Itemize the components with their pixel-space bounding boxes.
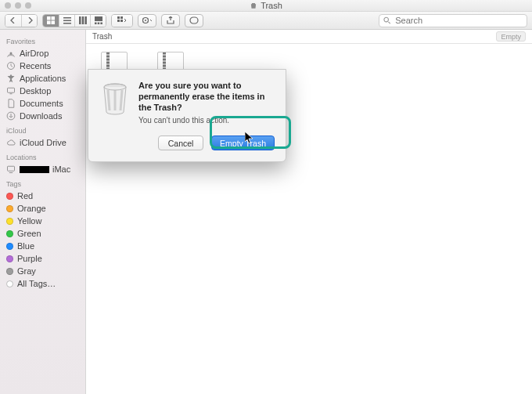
sidebar: Favorites AirDrop Recents Applications D… — [0, 30, 86, 394]
trash-icon — [250, 2, 257, 9]
tag-dot-icon — [6, 255, 13, 262]
column-view-button[interactable] — [74, 15, 90, 27]
empty-trash-toolbar-button[interactable]: Empty — [496, 31, 526, 42]
search-field[interactable] — [379, 14, 527, 27]
dialog-title: Are you sure you want to permanently era… — [138, 81, 275, 113]
sidebar-tag-gray[interactable]: Gray — [0, 265, 85, 277]
sidebar-item-label: Red — [17, 191, 33, 201]
svg-rect-0 — [47, 16, 50, 20]
sidebar-item-label: Yellow — [17, 216, 41, 226]
gallery-view-button[interactable] — [90, 15, 106, 27]
path-location: Trash — [92, 32, 112, 41]
sidebar-item-airdrop[interactable]: AirDrop — [0, 47, 85, 60]
svg-rect-13 — [100, 23, 102, 25]
sidebar-tag-all[interactable]: All Tags… — [0, 277, 85, 290]
action-menu-button[interactable] — [138, 14, 156, 27]
sidebar-tag-red[interactable]: Red — [0, 190, 85, 202]
sidebar-item-label: iCloud Drive — [20, 138, 66, 147]
sidebar-tag-blue[interactable]: Blue — [0, 240, 85, 252]
svg-rect-11 — [95, 23, 97, 25]
svg-rect-20 — [190, 17, 198, 23]
path-bar: Trash Empty — [86, 30, 532, 44]
tag-dot-icon — [6, 243, 13, 250]
dialog-subtitle: You can't undo this action. — [138, 116, 275, 125]
svg-rect-24 — [8, 88, 15, 92]
sidebar-item-label: Purple — [17, 254, 42, 263]
svg-point-21 — [384, 17, 389, 22]
sidebar-item-label: iMac — [20, 164, 70, 174]
sidebar-item-label: Orange — [17, 204, 46, 213]
computer-icon — [6, 164, 16, 174]
svg-rect-3 — [52, 21, 55, 24]
redacted-text — [20, 166, 49, 173]
sidebar-item-downloads[interactable]: Downloads — [0, 110, 85, 122]
sidebar-item-recents[interactable]: Recents — [0, 60, 85, 72]
confirm-empty-trash-dialog: Are you sure you want to permanently era… — [88, 69, 286, 162]
icon-view-button[interactable] — [43, 15, 59, 27]
tag-dot-icon — [6, 218, 13, 225]
tag-dot-icon — [6, 230, 13, 237]
cancel-button[interactable]: Cancel — [158, 136, 203, 150]
view-mode-segmented — [42, 14, 106, 27]
svg-rect-2 — [47, 21, 50, 24]
svg-rect-1 — [52, 16, 55, 20]
sidebar-item-label: Recents — [20, 61, 51, 70]
back-button[interactable] — [5, 15, 21, 27]
tag-dot-icon — [6, 205, 13, 212]
svg-rect-16 — [117, 20, 120, 22]
search-input[interactable] — [394, 15, 523, 26]
sidebar-item-applications[interactable]: Applications — [0, 72, 85, 85]
sidebar-item-label: Documents — [20, 99, 63, 108]
sidebar-tag-yellow[interactable]: Yellow — [0, 215, 85, 227]
sidebar-item-label: Gray — [17, 266, 36, 276]
group-by-button[interactable] — [112, 15, 132, 27]
toolbar — [0, 12, 532, 30]
sidebar-item-documents[interactable]: Documents — [0, 97, 85, 110]
cloud-icon — [6, 138, 16, 147]
nav-back-forward — [5, 14, 38, 27]
svg-rect-12 — [97, 23, 99, 25]
empty-trash-button[interactable]: Empty Trash — [211, 136, 275, 150]
sidebar-tag-green[interactable]: Green — [0, 227, 85, 240]
window-titlebar: Trash — [0, 0, 532, 12]
sidebar-item-desktop[interactable]: Desktop — [0, 85, 85, 97]
svg-rect-7 — [79, 16, 81, 24]
sidebar-item-imac[interactable]: iMac — [0, 163, 85, 175]
downloads-icon — [6, 111, 16, 121]
sidebar-item-label: Blue — [17, 241, 34, 251]
sidebar-item-label: AirDrop — [20, 49, 49, 58]
svg-rect-9 — [84, 16, 87, 24]
tag-dot-icon — [6, 280, 13, 287]
desktop-icon — [6, 86, 16, 96]
svg-rect-15 — [120, 16, 123, 19]
sidebar-item-label: All Tags… — [17, 279, 56, 288]
sidebar-section-locations: Locations — [0, 149, 85, 163]
sidebar-tag-orange[interactable]: Orange — [0, 202, 85, 215]
svg-rect-17 — [120, 20, 123, 22]
share-button[interactable] — [161, 14, 180, 27]
document-icon — [6, 99, 16, 108]
airdrop-icon — [6, 49, 16, 58]
sidebar-item-icloud-drive[interactable]: iCloud Drive — [0, 136, 85, 149]
clock-icon — [6, 61, 16, 70]
forward-button[interactable] — [21, 15, 37, 27]
search-icon — [383, 16, 390, 24]
sidebar-tag-purple[interactable]: Purple — [0, 252, 85, 265]
sidebar-item-label: Downloads — [20, 111, 62, 121]
tags-button[interactable] — [185, 14, 203, 27]
applications-icon — [6, 74, 16, 83]
sidebar-item-label: Desktop — [20, 86, 51, 96]
svg-rect-26 — [8, 166, 15, 171]
sidebar-item-label: Applications — [20, 74, 66, 83]
trash-large-icon — [99, 81, 131, 150]
svg-rect-14 — [117, 16, 120, 19]
svg-rect-6 — [63, 23, 71, 24]
sidebar-section-icloud: iCloud — [0, 122, 85, 136]
sidebar-section-tags: Tags — [0, 175, 85, 190]
window-title: Trash — [261, 1, 282, 10]
list-view-button[interactable] — [59, 15, 74, 27]
svg-point-19 — [145, 20, 146, 21]
svg-rect-10 — [95, 16, 102, 21]
sidebar-section-favorites: Favorites — [0, 33, 85, 47]
svg-rect-8 — [81, 16, 84, 24]
